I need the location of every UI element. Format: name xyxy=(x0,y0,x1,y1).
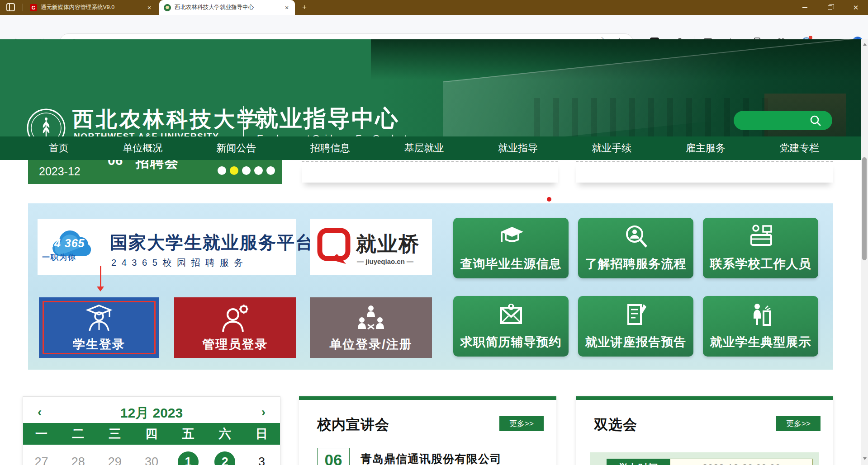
carousel-date: 2023-12 xyxy=(39,165,81,178)
nav-item-guidance[interactable]: 就业指导 xyxy=(498,141,538,155)
envelope-icon xyxy=(498,302,524,326)
service-label: 就业讲座报告预告 xyxy=(585,334,687,350)
calendar-day[interactable]: 29 xyxy=(96,455,133,465)
teaser-card xyxy=(302,161,558,183)
cloud-24365-text: 24 365 xyxy=(47,237,85,250)
calendar-weekday-row: 一 二 三 四 五 六 日 xyxy=(23,423,280,445)
university-name-en: NORTHWEST A&F UNIVERSITY xyxy=(74,132,219,136)
university-name-cn: 西北农林科技大学 xyxy=(72,105,261,134)
site-header: 西北农林科技大学 NORTHWEST A&F UNIVERSITY 就业指导中心… xyxy=(0,39,868,136)
tab-favicon-g: G xyxy=(30,4,37,11)
nav-item-party[interactable]: 党建专栏 xyxy=(779,141,819,155)
service-contact-staff[interactable]: 联系学校工作人员 xyxy=(703,218,818,278)
nav-item-overview[interactable]: 单位概况 xyxy=(123,141,162,155)
calendar-day-event[interactable]: 2 xyxy=(214,451,235,465)
nav-item-recruit[interactable]: 招聘信息 xyxy=(310,141,350,155)
restore-button[interactable] xyxy=(820,0,840,15)
service-student-showcase[interactable]: 就业学生典型展示 xyxy=(703,296,818,357)
browser-toolbar: https://job.nwsuaf.edu.cn A L ••• xyxy=(0,15,868,39)
campus-talks-card: 校内宣讲会 更多>> 06 青岛鼎信通讯股份有限公司 xyxy=(299,396,556,465)
weekday-label: 一 xyxy=(23,423,60,445)
talk-company-link[interactable]: 青岛鼎信通讯股份有限公司 xyxy=(360,451,502,465)
calendar-date-row: 27 28 29 30 1 2 3 xyxy=(23,447,280,465)
minimize-icon xyxy=(802,7,807,8)
cloud-slogan: 一职为你 xyxy=(42,252,76,263)
search-person-icon xyxy=(624,224,648,249)
presenter-icon xyxy=(748,302,773,327)
org-people-icon xyxy=(355,305,387,333)
job-fair-title: 双选会 xyxy=(594,415,637,434)
scrollbar-up-arrow[interactable] xyxy=(863,43,867,46)
new-tab-button[interactable]: + xyxy=(299,3,309,13)
platform-title: 国家大学生就业服务平台 xyxy=(110,230,314,255)
carousel-dot[interactable] xyxy=(218,166,226,175)
tab-title: 西北农林科技大学就业指导中心 xyxy=(175,4,280,11)
browser-tab-active[interactable]: 西北农林科技大学就业指导中心 ✕ xyxy=(159,0,295,15)
jiuyeqiao-logo xyxy=(316,228,352,266)
scrollbar-thumb[interactable] xyxy=(862,157,867,260)
calendar-title: 12月 2023 xyxy=(23,404,280,423)
scrollbar-down-arrow[interactable] xyxy=(863,457,867,460)
nav-item-procedures[interactable]: 就业手续 xyxy=(592,141,631,155)
admin-login-button[interactable]: 管理员登录 xyxy=(174,297,296,358)
minimize-button[interactable] xyxy=(794,0,815,15)
jiuyeqiao-domain: — jiuyeqiao.cn — xyxy=(357,258,413,265)
service-query-graduate-info[interactable]: 查询毕业生源信息 xyxy=(453,218,569,278)
fair-time-value: 2023-12-30 09:00 xyxy=(670,459,813,465)
service-lecture-notice[interactable]: 就业讲座报告预告 xyxy=(578,296,693,357)
service-label: 了解招聘服务流程 xyxy=(585,256,687,272)
click-indicator-dot xyxy=(547,197,551,202)
nav-item-home[interactable]: 首页 xyxy=(49,141,69,155)
tab-title: 通元新媒体内容管理系统V9.0 xyxy=(41,4,142,11)
annotation-arrow xyxy=(100,266,101,287)
calendar-day[interactable]: 30 xyxy=(133,455,170,465)
login-label: 学生登录 xyxy=(73,336,125,352)
browser-tab-inactive[interactable]: G 通元新媒体内容管理系统V9.0 ✕ xyxy=(25,0,157,15)
login-label: 管理员登录 xyxy=(203,336,268,352)
calendar-day-event[interactable]: 1 xyxy=(178,451,199,465)
carousel-dot[interactable] xyxy=(242,166,251,175)
carousel-dot-active[interactable] xyxy=(230,166,238,175)
service-label: 就业学生典型展示 xyxy=(710,334,811,350)
workspace-icon[interactable] xyxy=(6,3,15,11)
service-resume-coaching[interactable]: 求职简历辅导预约 xyxy=(453,296,569,357)
nav-item-employer[interactable]: 雇主服务 xyxy=(686,141,726,155)
campus-talks-more-button[interactable]: 更多>> xyxy=(499,416,544,431)
carousel-dot[interactable] xyxy=(266,166,275,175)
admin-gear-icon xyxy=(219,305,251,333)
tab-divider xyxy=(23,4,23,11)
calendar-next-button[interactable]: › xyxy=(261,405,266,419)
login-label: 单位登录/注册 xyxy=(329,336,413,352)
job-fair-more-button[interactable]: 更多>> xyxy=(776,416,821,431)
calendar-day[interactable]: 28 xyxy=(60,455,96,465)
tab-favicon-seal xyxy=(164,4,171,11)
restore-icon xyxy=(828,5,832,10)
annotation-arrow-head xyxy=(97,287,104,291)
university-seal xyxy=(26,108,66,136)
platform-subtitle: 2 4 3 6 5 校 园 招 聘 服 务 xyxy=(111,257,244,269)
jiuyeqiao-card[interactable]: 就业桥 — jiuyeqiao.cn — xyxy=(310,219,432,275)
calendar-day[interactable]: 3 xyxy=(243,455,280,465)
close-icon[interactable]: ✕ xyxy=(146,4,153,11)
calendar-day[interactable]: 27 xyxy=(23,455,60,465)
service-label: 联系学校工作人员 xyxy=(710,256,811,272)
national-platform-card[interactable]: 24 365 一职为你 国家大学生就业服务平台 2 4 3 6 5 校 园 招 … xyxy=(38,219,296,275)
browser-titlebar: G 通元新媒体内容管理系统V9.0 ✕ 西北农林科技大学就业指导中心 ✕ + ✕ xyxy=(0,0,868,15)
service-recruit-process[interactable]: 了解招聘服务流程 xyxy=(578,218,693,278)
notification-dot xyxy=(809,36,812,39)
nav-item-grassroots[interactable]: 基层就业 xyxy=(404,141,444,155)
news-carousel[interactable]: 2023-12 06 招聘会 xyxy=(28,160,282,184)
carousel-dot[interactable] xyxy=(254,166,263,175)
weekday-label: 六 xyxy=(207,423,243,445)
org-login-button[interactable]: 单位登录/注册 xyxy=(310,297,432,358)
student-login-button[interactable]: 学生登录 xyxy=(39,297,159,358)
fair-time-label: 举办时间 xyxy=(607,459,670,465)
lecture-doc-icon xyxy=(624,302,648,327)
header-divider xyxy=(243,106,244,136)
close-icon: ✕ xyxy=(853,4,859,12)
job-fair-card: 双选会 更多>> 举办时间 2023-12-30 09:00 xyxy=(576,396,833,465)
search-icon[interactable] xyxy=(810,115,821,127)
close-icon[interactable]: ✕ xyxy=(283,4,290,11)
close-window-button[interactable]: ✕ xyxy=(845,0,866,15)
nav-item-news[interactable]: 新闻公告 xyxy=(217,141,256,155)
